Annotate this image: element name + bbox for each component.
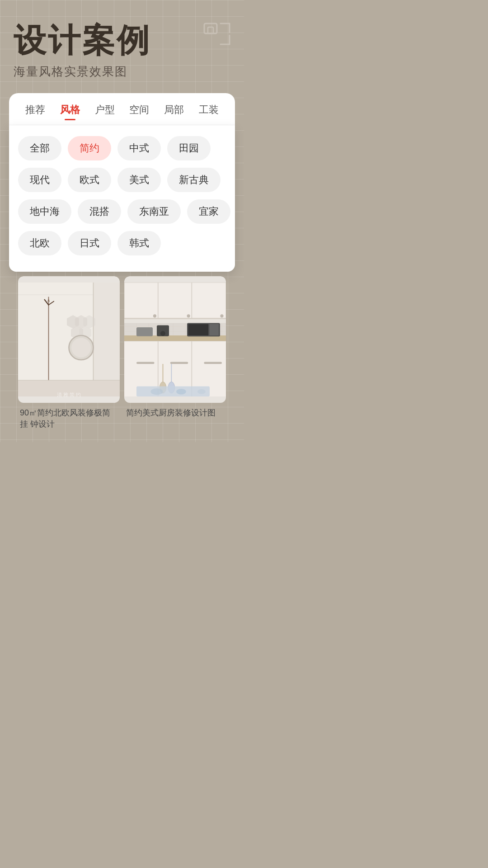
svg-rect-53 xyxy=(136,327,153,336)
kitchen-illustration xyxy=(124,276,226,403)
svg-rect-52 xyxy=(210,324,219,335)
style-tag-nordic[interactable]: 北欧 xyxy=(18,231,61,255)
image-left: 清 雅 简 约 xyxy=(18,276,120,403)
page-subtitle: 海量风格实景效果图 xyxy=(14,64,230,80)
image-label-wrap-1: 90㎡简约北欧风装修极简挂 钟设计 xyxy=(18,403,120,433)
style-tag-neoclassic[interactable]: 新古典 xyxy=(167,168,221,192)
svg-rect-51 xyxy=(188,324,208,335)
tabs-row: 推荐 风格 户型 空间 局部 工装 xyxy=(9,93,235,125)
svg-rect-60 xyxy=(136,362,155,364)
style-tag-southeast[interactable]: 东南亚 xyxy=(127,199,181,224)
svg-point-16 xyxy=(71,338,91,358)
tab-recommend[interactable]: 推荐 xyxy=(18,93,53,125)
image-cards-area: 清 雅 简 约 90㎡简约北欧风装修极简挂 钟设计 xyxy=(9,276,235,442)
svg-rect-1 xyxy=(208,27,213,33)
style-row-1: 全部 简约 中式 田园 xyxy=(18,136,226,160)
style-tag-chinese[interactable]: 中式 xyxy=(117,136,161,160)
svg-point-48 xyxy=(220,314,223,317)
svg-point-46 xyxy=(153,314,156,317)
page-wrapper: 设计案例 海量风格实景效果图 推荐 风格 户型 空间 局部 工装 全部 简约 中… xyxy=(0,0,244,442)
tab-style[interactable]: 风格 xyxy=(53,93,88,125)
tab-layout[interactable]: 户型 xyxy=(87,93,122,125)
overlay-watermark: 清 雅 简 约 xyxy=(18,392,120,398)
main-content: 设计案例 海量风格实景效果图 推荐 风格 户型 空间 局部 工装 全部 简约 中… xyxy=(0,0,244,442)
main-card: 推荐 风格 户型 空间 局部 工装 全部 简约 中式 田园 现代 xyxy=(9,93,235,272)
image-label-wrap-2: 简约美式厨房装修设计图 xyxy=(124,403,226,421)
style-dropdown: 全部 简约 中式 田园 现代 欧式 美式 新古典 地中海 混搭 东南亚 xyxy=(9,125,235,272)
corner-icon-area xyxy=(203,23,230,45)
style-tag-european[interactable]: 欧式 xyxy=(68,168,111,192)
image-right xyxy=(124,276,226,403)
svg-rect-8 xyxy=(94,283,120,396)
tab-commercial[interactable]: 工装 xyxy=(191,93,226,125)
svg-point-70 xyxy=(197,389,206,394)
svg-point-69 xyxy=(176,389,186,395)
style-row-3: 地中海 混搭 东南亚 宜家 xyxy=(18,199,226,224)
style-tag-mediterranean[interactable]: 地中海 xyxy=(18,199,71,224)
room-illustration xyxy=(18,276,120,403)
svg-rect-42 xyxy=(124,283,226,319)
style-tag-all[interactable]: 全部 xyxy=(18,136,61,160)
image-card-1[interactable]: 清 雅 简 约 90㎡简约北欧风装修极简挂 钟设计 xyxy=(18,276,120,433)
image-grid: 清 雅 简 约 90㎡简约北欧风装修极简挂 钟设计 xyxy=(14,276,230,433)
svg-rect-0 xyxy=(204,24,217,33)
image-caption-2: 简约美式厨房装修设计图 xyxy=(126,407,224,419)
style-tag-modern[interactable]: 现代 xyxy=(18,168,61,192)
style-tag-korean[interactable]: 韩式 xyxy=(117,231,161,255)
style-tag-mix[interactable]: 混搭 xyxy=(78,199,121,224)
style-tag-ikea[interactable]: 宜家 xyxy=(187,199,230,224)
home-bracket-icon xyxy=(203,23,230,45)
svg-point-68 xyxy=(151,388,163,395)
style-tag-japanese[interactable]: 日式 xyxy=(68,231,111,255)
image-caption-1: 90㎡简约北欧风装修极简挂 钟设计 xyxy=(20,407,118,430)
header-section: 设计案例 海量风格实景效果图 xyxy=(9,14,235,93)
svg-rect-62 xyxy=(204,362,222,364)
image-card-2[interactable]: 简约美式厨房装修设计图 xyxy=(124,276,226,433)
style-tag-pastoral[interactable]: 田园 xyxy=(167,136,211,160)
style-row-4: 北欧 日式 韩式 xyxy=(18,231,226,255)
style-tag-american[interactable]: 美式 xyxy=(117,168,161,192)
tab-detail[interactable]: 局部 xyxy=(157,93,192,125)
style-row-2: 现代 欧式 美式 新古典 xyxy=(18,168,226,192)
page-title: 设计案例 xyxy=(14,23,230,58)
svg-rect-61 xyxy=(170,362,188,364)
svg-point-47 xyxy=(187,314,190,317)
svg-point-55 xyxy=(160,331,165,336)
tab-space[interactable]: 空间 xyxy=(122,93,157,125)
style-tag-simple[interactable]: 简约 xyxy=(68,136,111,160)
